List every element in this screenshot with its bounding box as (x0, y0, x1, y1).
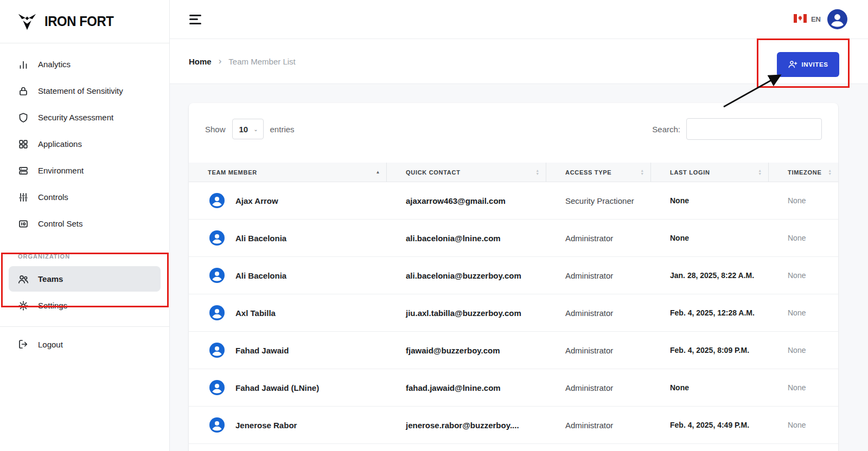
sort-icon: ▲▼ (758, 169, 762, 176)
column-header-access-type[interactable]: ACCESS TYPE ▲▼ (546, 163, 651, 182)
sidebar-item-label: Controls (38, 192, 68, 202)
member-last-login: None (651, 234, 769, 242)
logout-icon (18, 339, 29, 350)
logout-label: Logout (38, 340, 63, 349)
member-email: jenerose.rabor@buzzerboy.... (387, 421, 546, 430)
member-last-login: Jan. 28, 2025, 8:22 A.M. (651, 271, 769, 280)
sidebar-item-environment[interactable]: Environment (0, 157, 169, 184)
sidebar-item-controls[interactable]: Controls (0, 184, 169, 210)
member-name: Fahad Jawaid (235, 346, 289, 355)
sidebar-divider (0, 326, 169, 327)
menu-toggle-icon[interactable] (189, 15, 202, 24)
entries-per-page-select[interactable]: 10 ⌄ (232, 119, 264, 139)
member-timezone: None (769, 234, 838, 242)
sidebar-item-control-sets[interactable]: Control Sets (0, 210, 169, 237)
member-avatar-icon (209, 417, 225, 433)
sidebar: IRON FORT Analytics Statement of Sensiti… (0, 0, 170, 451)
sidebar-item-label: Security Assessment (38, 113, 113, 122)
show-label: Show (205, 125, 226, 134)
column-header-quick-contact[interactable]: QUICK CONTACT ▲▼ (387, 163, 546, 182)
table-row[interactable]: Ajax Arrow ajaxarrow463@gmail.com Securi… (189, 182, 838, 220)
invites-button[interactable]: INVITES (777, 52, 839, 77)
member-name: Ali Bacelonia (235, 271, 286, 280)
column-header-timezone[interactable]: TIMEZONE ▲▼ (769, 163, 838, 182)
member-timezone: None (769, 421, 838, 429)
sidebar-item-applications[interactable]: Applications (0, 131, 169, 157)
gear-icon (18, 300, 29, 311)
sidebar-item-label: Analytics (38, 60, 71, 69)
member-timezone: None (769, 308, 838, 317)
table-row[interactable]: Jenerose Rabor jenerose.rabor@buzzerboy.… (189, 407, 838, 444)
member-email: ali.bacelonia@lnine.com (387, 234, 546, 243)
app-root: IRON FORT Analytics Statement of Sensiti… (0, 0, 868, 451)
member-access-type: Administrator (546, 383, 651, 392)
member-timezone: None (769, 383, 838, 392)
member-access-type: Administrator (546, 421, 651, 430)
column-header-team-member[interactable]: TEAM MEMBER ▲ (189, 163, 387, 182)
main-column: EN Home › Team Member List Show 10 (170, 0, 868, 451)
table-toolbar: Show 10 ⌄ entries Search: (189, 103, 838, 140)
member-email: fahad.jawaid@lnine.com (387, 383, 546, 392)
brand-logo-icon (16, 11, 38, 33)
member-last-login: Feb. 4, 2025, 8:09 P.M. (651, 346, 769, 355)
member-email: fjawaid@buzzerboy.com (387, 346, 546, 355)
grid-icon (18, 139, 29, 150)
member-timezone: None (769, 196, 838, 205)
member-timezone: None (769, 346, 838, 355)
team-member-table: TEAM MEMBER ▲ QUICK CONTACT ▲▼ ACCESS TY… (189, 163, 838, 444)
member-email: ali.bacelonia@buzzerboy.com (387, 271, 546, 280)
person-add-icon (788, 60, 797, 69)
language-code: EN (811, 15, 821, 23)
member-name: Jenerose Rabor (235, 421, 297, 430)
organization-section-label: ORGANIZATION (0, 253, 169, 260)
sidebar-item-label: Settings (38, 301, 67, 310)
topbar: EN (170, 0, 868, 39)
member-avatar-icon (209, 305, 225, 320)
table-row[interactable]: Ali Bacelonia ali.bacelonia@buzzerboy.co… (189, 257, 838, 294)
sidebar-item-security-assessment[interactable]: Security Assessment (0, 104, 169, 131)
table-row[interactable]: Axl Tabilla jiu.axl.tabilla@buzzerboy.co… (189, 294, 838, 332)
member-avatar-icon (209, 380, 225, 395)
member-email: ajaxarrow463@gmail.com (387, 196, 546, 205)
sidebar-item-label: Control Sets (38, 219, 83, 228)
table-row[interactable]: Ali Bacelonia ali.bacelonia@lnine.com Ad… (189, 220, 838, 257)
users-icon (18, 274, 29, 285)
entries-per-page-value: 10 (239, 125, 248, 134)
shield-icon (18, 112, 29, 123)
sidebar-item-settings[interactable]: Settings (9, 293, 161, 318)
member-avatar-icon (209, 193, 225, 208)
sidebar-item-statement-of-sensitivity[interactable]: Statement of Sensitivity (0, 78, 169, 104)
column-header-last-login[interactable]: LAST LOGIN ▲▼ (651, 163, 769, 182)
user-avatar[interactable] (827, 9, 847, 29)
sidebar-item-logout[interactable]: Logout (0, 331, 169, 357)
sidebar-section-organization: ORGANIZATION Teams Settings (0, 253, 169, 319)
sort-icon: ▲▼ (535, 169, 540, 176)
member-timezone: None (769, 271, 838, 280)
page-content: Show 10 ⌄ entries Search: (170, 84, 868, 451)
sidebar-nav: Analytics Statement of Sensitivity Secur… (0, 43, 169, 237)
member-avatar-icon (209, 230, 225, 246)
member-access-type: Administrator (546, 234, 651, 243)
member-last-login: None (651, 196, 769, 205)
search-input[interactable] (686, 118, 822, 140)
lock-icon (18, 86, 29, 96)
entries-label: entries (270, 125, 295, 134)
breadcrumb-home-link[interactable]: Home (189, 57, 212, 66)
server-icon (18, 165, 29, 176)
table-row[interactable]: Fahad Jawaid (LNine) fahad.jawaid@lnine.… (189, 369, 838, 407)
language-selector[interactable]: EN (794, 14, 821, 25)
member-avatar-icon (209, 343, 225, 358)
member-access-type: Administrator (546, 271, 651, 280)
brand-logo[interactable]: IRON FORT (0, 0, 169, 43)
sort-icon: ▲▼ (640, 169, 644, 176)
bar-chart-icon (18, 59, 29, 70)
member-name: Fahad Jawaid (LNine) (235, 383, 319, 392)
sidebar-item-teams[interactable]: Teams (9, 266, 161, 292)
table-row[interactable]: Fahad Jawaid fjawaid@buzzerboy.com Admin… (189, 332, 838, 369)
sidebar-item-label: Statement of Sensitivity (38, 86, 123, 95)
sidebar-item-analytics[interactable]: Analytics (0, 51, 169, 78)
search-label: Search: (652, 125, 680, 134)
member-access-type: Administrator (546, 346, 651, 355)
card-icon (18, 218, 29, 229)
member-last-login: Feb. 4, 2025, 12:28 A.M. (651, 308, 769, 317)
